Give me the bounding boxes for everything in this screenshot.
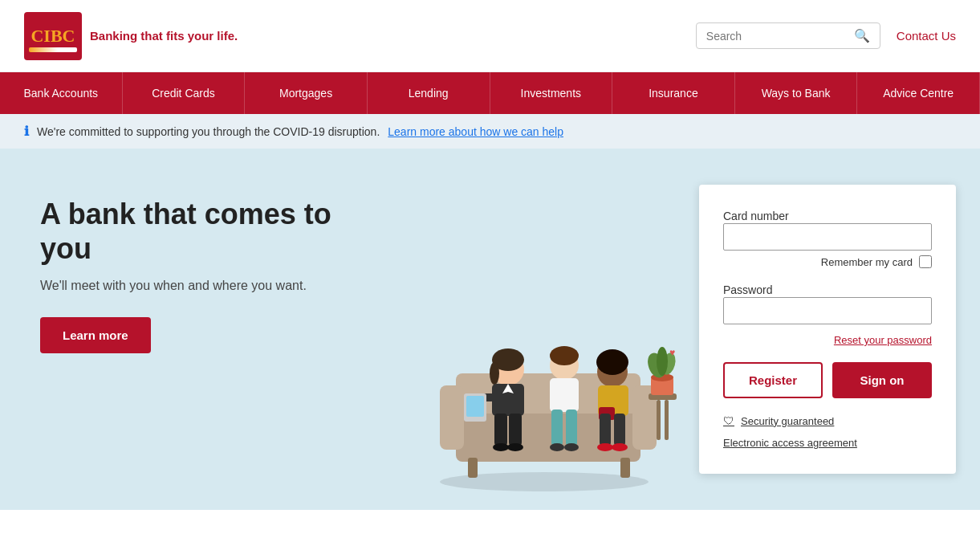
nav-investments[interactable]: Investments <box>490 72 613 114</box>
svg-rect-21 <box>494 414 507 446</box>
shield-icon: 🛡 <box>723 414 734 427</box>
reset-password-link[interactable]: Reset your password <box>723 334 932 346</box>
learn-more-button[interactable]: Learn more <box>40 317 151 353</box>
nav-credit-cards[interactable]: Credit Cards <box>123 72 246 114</box>
header: CIBC Banking that fits your life. 🔍 Cont… <box>0 0 980 72</box>
electronic-access-link[interactable]: Electronic access agreement <box>723 437 857 449</box>
svg-rect-39 <box>600 414 611 446</box>
svg-rect-31 <box>551 410 563 446</box>
register-button[interactable]: Register <box>723 362 823 398</box>
svg-point-14 <box>657 347 668 376</box>
svg-text:♥: ♥ <box>669 347 675 358</box>
search-icon: 🔍 <box>854 28 870 43</box>
alert-bar: ℹ We're committed to supporting you thro… <box>0 114 980 149</box>
svg-rect-3 <box>440 385 464 450</box>
search-box[interactable]: 🔍 <box>696 22 880 49</box>
svg-rect-22 <box>509 414 522 446</box>
card-number-input[interactable] <box>723 223 932 251</box>
remember-row: Remember my card <box>723 255 932 268</box>
svg-rect-9 <box>665 400 669 440</box>
svg-point-42 <box>612 443 628 451</box>
svg-point-33 <box>550 443 564 451</box>
alert-text: We're committed to supporting you throug… <box>37 125 380 138</box>
cibc-logo: CIBC <box>24 12 82 60</box>
nav-bank-accounts[interactable]: Bank Accounts <box>0 72 123 114</box>
hero-title: A bank that comes to you <box>40 197 350 266</box>
card-number-label: Card number <box>723 210 789 222</box>
logo-tagline: Banking that fits your life. <box>90 29 238 43</box>
svg-point-23 <box>493 443 509 451</box>
alert-link[interactable]: Learn more about how we can help <box>388 125 563 138</box>
logo-text: CIBC <box>30 27 75 45</box>
nav-lending[interactable]: Lending <box>368 72 490 114</box>
couch-illustration: ♥ <box>408 269 681 494</box>
svg-point-36 <box>596 349 628 375</box>
info-icon: ℹ <box>24 124 29 139</box>
header-right: 🔍 Contact Us <box>696 22 956 49</box>
remember-label: Remember my card <box>821 256 913 268</box>
signin-button[interactable]: Sign on <box>832 362 932 398</box>
svg-point-29 <box>550 346 579 365</box>
password-label: Password <box>723 283 772 296</box>
login-card: Card number Remember my card Password Re… <box>699 185 956 474</box>
remember-checkbox[interactable] <box>919 255 932 268</box>
svg-point-24 <box>507 443 523 451</box>
hero-subtitle: We'll meet with you when and where you w… <box>40 279 350 293</box>
svg-rect-40 <box>614 414 625 446</box>
security-label: Security guaranteed <box>741 415 834 427</box>
nav-insurance[interactable]: Insurance <box>612 72 735 114</box>
search-input[interactable] <box>706 30 854 43</box>
nav-ways-to-bank[interactable]: Ways to Bank <box>735 72 858 114</box>
contact-us-link[interactable]: Contact Us <box>897 29 956 43</box>
svg-rect-27 <box>466 396 484 417</box>
svg-point-18 <box>490 362 499 385</box>
hero-illustration: ♥ <box>390 149 700 510</box>
nav-bar: Bank Accounts Credit Cards Mortgages Len… <box>0 72 980 114</box>
svg-rect-5 <box>468 458 478 478</box>
hero-content: A bank that comes to you We'll meet with… <box>0 149 390 510</box>
security-row[interactable]: 🛡 Security guaranteed <box>723 414 932 427</box>
hero-section: A bank that comes to you We'll meet with… <box>0 149 980 510</box>
svg-rect-32 <box>566 410 577 446</box>
svg-rect-30 <box>550 378 579 412</box>
svg-rect-6 <box>620 458 630 478</box>
svg-point-34 <box>564 443 579 451</box>
nav-advice-centre[interactable]: Advice Centre <box>857 72 980 114</box>
password-input[interactable] <box>723 297 932 324</box>
logo-stripe <box>29 47 77 52</box>
svg-point-41 <box>597 443 613 451</box>
svg-rect-8 <box>657 400 661 440</box>
logo-area: CIBC Banking that fits your life. <box>24 12 238 60</box>
login-buttons: Register Sign on <box>723 362 932 398</box>
password-section: Password Reset your password <box>723 283 932 346</box>
nav-mortgages[interactable]: Mortgages <box>245 72 368 114</box>
